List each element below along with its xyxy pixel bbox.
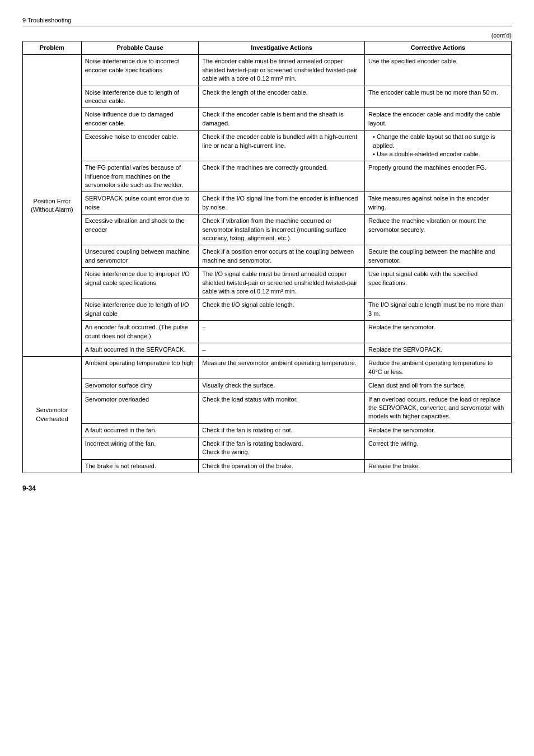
cont-label: (cont'd) [22, 32, 512, 39]
table-row: A fault occurred in the fan.Check if the… [23, 423, 512, 437]
problem-cell: Position Error(Without Alarm) [23, 55, 82, 357]
investigative-actions-cell: Check if the fan is rotating or not. [199, 423, 365, 437]
problem-cell: ServomotorOverheated [23, 357, 82, 473]
investigative-actions-cell: – [199, 321, 365, 343]
table-row: The brake is not released.Check the oper… [23, 459, 512, 473]
corrective-actions-cell: Reduce the machine vibration or mount th… [365, 214, 512, 245]
probable-cause-cell: Incorrect wiring of the fan. [81, 437, 199, 460]
table-row: Unsecured coupling between machine and s… [23, 245, 512, 268]
investigative-actions-cell: – [199, 343, 365, 356]
table-row: An encoder fault occurred. (The pulse co… [23, 321, 512, 343]
probable-cause-cell: Noise interference due to length of I/O … [81, 298, 199, 321]
table-row: Noise interference due to length of I/O … [23, 298, 512, 321]
corrective-actions-cell: Take measures against noise in the encod… [365, 192, 512, 214]
table-row: A fault occurred in the SERVOPACK.–Repla… [23, 343, 512, 356]
probable-cause-cell: SERVOPACK pulse count error due to noise [81, 192, 199, 214]
corrective-actions-cell: Replace the SERVOPACK. [365, 343, 512, 356]
probable-cause-cell: Servomotor surface dirty [81, 379, 199, 393]
table-row: ServomotorOverheatedAmbient operating te… [23, 357, 512, 379]
investigative-actions-cell: Visually check the surface. [199, 379, 365, 393]
probable-cause-cell: A fault occurred in the fan. [81, 423, 199, 437]
col-corrective-actions: Corrective Actions [365, 41, 512, 55]
investigative-actions-cell: Check the I/O signal cable length. [199, 298, 365, 321]
corrective-actions-cell: Replace the servomotor. [365, 321, 512, 343]
page-header: 9 Troubleshooting [22, 17, 512, 26]
investigative-actions-cell: Measure the servomotor ambient operating… [199, 357, 365, 379]
corrective-actions-cell: Properly ground the machines encoder FG. [365, 161, 512, 192]
investigative-actions-cell: Check if the I/O signal line from the en… [199, 192, 365, 214]
table-row: Position Error(Without Alarm)Noise inter… [23, 55, 512, 86]
probable-cause-cell: Ambient operating temperature too high [81, 357, 199, 379]
investigative-actions-cell: Check if vibration from the machine occu… [199, 214, 365, 245]
corrective-actions-cell: Replace the encoder cable and modify the… [365, 108, 512, 130]
corrective-actions-cell: Secure the coupling between the machine … [365, 245, 512, 268]
investigative-actions-cell: Check if the encoder cable is bundled wi… [199, 130, 365, 161]
corrective-actions-cell: Release the brake. [365, 459, 512, 473]
table-row: Incorrect wiring of the fan.Check if the… [23, 437, 512, 460]
probable-cause-cell: The FG potential varies because of influ… [81, 161, 199, 192]
corrective-actions-cell: • Change the cable layout so that no sur… [365, 130, 512, 161]
investigative-actions-cell: Check if a position error occurs at the … [199, 245, 365, 268]
investigative-actions-cell: Check if the fan is rotating backward.Ch… [199, 437, 365, 460]
probable-cause-cell: Excessive vibration and shock to the enc… [81, 214, 199, 245]
corrective-actions-cell: The encoder cable must be no more than 5… [365, 86, 512, 108]
col-investigative-actions: Investigative Actions [199, 41, 365, 55]
investigative-actions-cell: The I/O signal cable must be tinned anne… [199, 268, 365, 298]
probable-cause-cell: Servomotor overloaded [81, 393, 199, 423]
corrective-actions-cell: Correct the wiring. [365, 437, 512, 460]
page-footer: 9-34 [22, 484, 512, 492]
col-problem: Problem [23, 41, 82, 55]
probable-cause-cell: Excessive noise to encoder cable. [81, 130, 199, 161]
col-probable-cause: Probable Cause [81, 41, 199, 55]
table-row: Servomotor overloadedCheck the load stat… [23, 393, 512, 423]
corrective-actions-cell: Use input signal cable with the specifie… [365, 268, 512, 298]
investigative-actions-cell: Check if the machines are correctly grou… [199, 161, 365, 192]
investigative-actions-cell: Check the load status with monitor. [199, 393, 365, 423]
table-row: The FG potential varies because of influ… [23, 161, 512, 192]
corrective-actions-cell: If an overload occurs, reduce the load o… [365, 393, 512, 423]
probable-cause-cell: Noise interference due to length of enco… [81, 86, 199, 108]
table-row: Excessive vibration and shock to the enc… [23, 214, 512, 245]
table-row: SERVOPACK pulse count error due to noise… [23, 192, 512, 214]
corrective-actions-cell: Reduce the ambient operating temperature… [365, 357, 512, 379]
table-row: Servomotor surface dirtyVisually check t… [23, 379, 512, 393]
corrective-actions-cell: Clean dust and oil from the surface. [365, 379, 512, 393]
investigative-actions-cell: Check the length of the encoder cable. [199, 86, 365, 108]
investigative-actions-cell: Check if the encoder cable is bent and t… [199, 108, 365, 130]
table-row: Excessive noise to encoder cable.Check i… [23, 130, 512, 161]
table-row: Noise interference due to length of enco… [23, 86, 512, 108]
probable-cause-cell: A fault occurred in the SERVOPACK. [81, 343, 199, 356]
probable-cause-cell: Noise interference due to incorrect enco… [81, 55, 199, 86]
probable-cause-cell: The brake is not released. [81, 459, 199, 473]
investigative-actions-cell: The encoder cable must be tinned anneale… [199, 55, 365, 86]
table-row: Noise interference due to improper I/O s… [23, 268, 512, 298]
probable-cause-cell: Unsecured coupling between machine and s… [81, 245, 199, 268]
troubleshooting-table: Problem Probable Cause Investigative Act… [22, 41, 512, 473]
corrective-actions-cell: The I/O signal cable length must be no m… [365, 298, 512, 321]
probable-cause-cell: An encoder fault occurred. (The pulse co… [81, 321, 199, 343]
corrective-actions-cell: Use the specified encoder cable. [365, 55, 512, 86]
corrective-actions-cell: Replace the servomotor. [365, 423, 512, 437]
table-row: Noise influence due to damaged encoder c… [23, 108, 512, 130]
investigative-actions-cell: Check the operation of the brake. [199, 459, 365, 473]
probable-cause-cell: Noise interference due to improper I/O s… [81, 268, 199, 298]
probable-cause-cell: Noise influence due to damaged encoder c… [81, 108, 199, 130]
